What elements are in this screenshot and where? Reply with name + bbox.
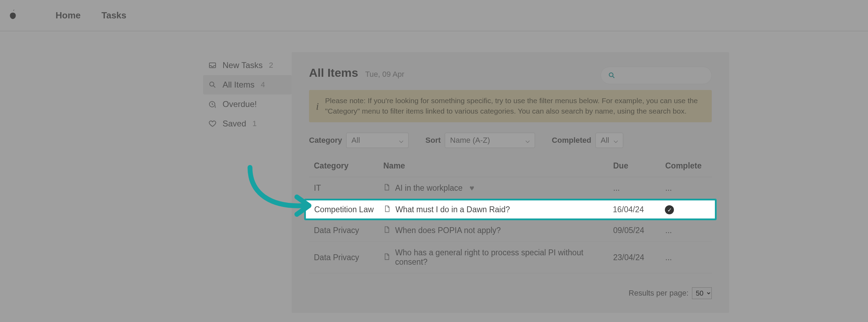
sidebar-item-label: New Tasks <box>223 60 263 70</box>
cell-complete: ... <box>665 183 707 193</box>
top-nav: Home Tasks <box>0 0 868 31</box>
svg-point-3 <box>215 107 216 108</box>
tray-icon <box>208 61 217 69</box>
pager-label: Results per page: <box>629 289 688 298</box>
nav-home[interactable]: Home <box>56 10 81 21</box>
cell-due: 23/04/24 <box>613 253 665 262</box>
search-icon <box>208 81 217 89</box>
sort-select[interactable]: Name (A-Z) ⌵ <box>445 133 535 148</box>
table-head: Category Name Due Complete <box>309 155 712 177</box>
col-due: Due <box>613 161 665 171</box>
col-category: Category <box>314 161 383 171</box>
page-date: Tue, 09 Apr <box>365 70 404 79</box>
clock-alert-icon <box>208 100 217 108</box>
nav-tasks[interactable]: Tasks <box>101 10 126 21</box>
sidebar-item-count: 4 <box>261 80 265 89</box>
sidebar-item-saved[interactable]: Saved 1 <box>203 114 292 133</box>
chevron-down-icon: ⌵ <box>614 136 618 145</box>
cell-complete: ✓ <box>665 205 707 215</box>
cell-due: ... <box>613 183 665 193</box>
cell-complete: ... <box>665 253 707 262</box>
sidebar-item-label: Saved <box>223 119 246 129</box>
cell-due: 09/05/24 <box>613 226 665 235</box>
category-select-value: All <box>351 136 360 145</box>
sidebar-item-count: 2 <box>269 61 273 70</box>
table-row[interactable]: Data Privacy When does POPIA not apply? … <box>309 220 712 242</box>
cell-name: AI in the workplace <box>395 183 462 193</box>
cell-name: What must I do in a Dawn Raid? <box>395 205 510 214</box>
col-complete: Complete <box>665 161 707 171</box>
cell-name: When does POPIA not apply? <box>395 226 501 235</box>
sidebar-item-all-items[interactable]: All Items 4 <box>203 75 292 94</box>
cell-due: 16/04/24 <box>613 205 665 214</box>
cell-category: IT <box>314 183 383 193</box>
document-icon <box>383 253 390 262</box>
cell-complete: ... <box>665 226 707 235</box>
completed-select[interactable]: All ⌵ <box>595 133 623 148</box>
filter-label-category: Category <box>309 136 342 145</box>
search-input[interactable] <box>601 67 712 84</box>
sidebar-item-count: 1 <box>252 119 257 128</box>
cell-name: Who has a general right to process speci… <box>395 248 613 267</box>
svg-point-4 <box>609 73 613 77</box>
table-row[interactable]: IT AI in the workplace ♥ ... ... <box>309 177 712 199</box>
filter-label-sort: Sort <box>425 136 441 145</box>
sort-select-value: Name (A-Z) <box>450 136 490 145</box>
sidebar-item-overdue[interactable]: Overdue! <box>203 94 292 114</box>
info-banner: i Please note: If you're looking for som… <box>309 90 712 122</box>
col-name: Name <box>383 161 613 171</box>
category-select[interactable]: All ⌵ <box>346 133 409 148</box>
heart-icon: ♥ <box>469 183 474 193</box>
content-panel: All Items Tue, 09 Apr i Please note: If … <box>292 52 729 313</box>
table-row-highlighted[interactable]: Competition Law What must I do in a Dawn… <box>304 199 717 221</box>
filter-label-completed: Completed <box>552 136 591 145</box>
chevron-down-icon: ⌵ <box>525 136 530 145</box>
check-circle-icon: ✓ <box>665 205 674 214</box>
svg-point-1 <box>210 82 214 86</box>
sidebar-item-new-tasks[interactable]: New Tasks 2 <box>203 56 292 75</box>
pager-select[interactable]: 50 <box>692 287 712 299</box>
document-icon <box>383 226 390 235</box>
cell-category: Competition Law <box>314 205 384 214</box>
cell-category: Data Privacy <box>314 226 383 235</box>
sidebar-item-label: Overdue! <box>223 99 257 109</box>
completed-select-value: All <box>601 136 609 145</box>
document-icon <box>384 205 391 214</box>
table-row[interactable]: Data Privacy Who has a general right to … <box>309 242 712 273</box>
logo-icon <box>7 9 21 23</box>
pager: Results per page: 50 <box>309 287 712 299</box>
heart-icon <box>208 119 217 128</box>
filters-row: Category All ⌵ Sort Name (A-Z) ⌵ Complet… <box>309 133 712 148</box>
info-banner-text: Please note: If you're looking for somet… <box>325 96 705 117</box>
cell-category: Data Privacy <box>314 253 383 262</box>
sidebar-item-label: All Items <box>223 80 254 90</box>
arrow-annotation-icon <box>240 162 316 218</box>
items-table: Category Name Due Complete IT AI in the … <box>309 155 712 274</box>
info-icon: i <box>316 99 319 114</box>
chevron-down-icon: ⌵ <box>399 136 403 145</box>
page-title: All Items <box>309 66 358 80</box>
document-icon <box>383 183 390 193</box>
